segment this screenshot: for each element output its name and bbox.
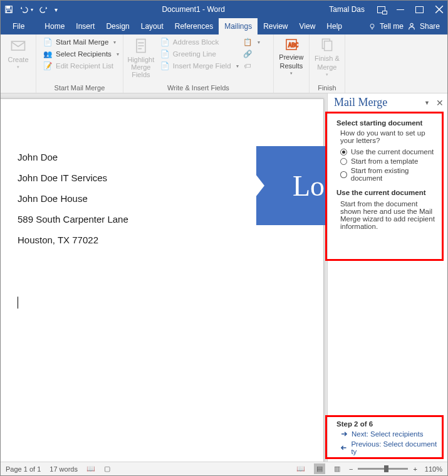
- step-indicator: Step 2 of 6: [336, 420, 373, 428]
- svg-point-4: [410, 23, 413, 26]
- radio-use-current[interactable]: Use the current document: [340, 148, 440, 156]
- undo-icon[interactable]: [19, 5, 28, 14]
- match-fields-button: 🔗: [242, 49, 260, 59]
- tab-view[interactable]: View: [294, 18, 321, 34]
- spell-check-icon[interactable]: 📖: [86, 465, 95, 473]
- undo-dropdown-icon[interactable]: ▾: [31, 7, 33, 13]
- share-icon: [407, 22, 416, 31]
- tab-home[interactable]: Home: [39, 18, 70, 34]
- finish-icon: [319, 37, 335, 53]
- minimize-button[interactable]: [397, 9, 404, 10]
- zoom-slider[interactable]: [358, 468, 408, 470]
- page-indicator[interactable]: Page 1 of 1: [6, 465, 41, 473]
- tab-review[interactable]: Review: [258, 18, 293, 34]
- doc-line: Houston, TX 77022: [18, 230, 128, 250]
- tab-insert[interactable]: Insert: [70, 18, 100, 34]
- zoom-knob[interactable]: [384, 465, 388, 472]
- address-block-button: 📄Address Block: [160, 37, 239, 47]
- finish-merge-button: Finish & Merge ▾: [313, 37, 341, 77]
- user-name[interactable]: Tamal Das: [329, 5, 365, 14]
- tab-layout[interactable]: Layout: [135, 18, 169, 34]
- radio-from-template[interactable]: Start from a template: [340, 157, 440, 165]
- doc-line: John Doe House: [18, 188, 128, 209]
- dropdown-icon: ▾: [236, 63, 239, 69]
- select-recipients-button[interactable]: 👥Select Recipients▾: [43, 49, 119, 59]
- labels-icon: 🏷: [242, 61, 253, 71]
- window-title: Document1 - Word: [58, 5, 329, 14]
- taskpane-title: Mail Merge: [334, 96, 424, 109]
- svg-text:ABC: ABC: [288, 42, 298, 48]
- print-layout-icon[interactable]: ▤: [314, 463, 325, 474]
- document-pane[interactable]: John Doe John Doe IT Services John Doe H…: [1, 93, 327, 462]
- doc-line: John Doe: [18, 147, 128, 167]
- previous-step-link[interactable]: Previous: Select document ty: [340, 440, 440, 455]
- tab-help[interactable]: Help: [321, 18, 348, 34]
- ribbon-tabs: File Home Insert Design Layout Reference…: [1, 18, 447, 34]
- web-layout-icon[interactable]: ▥: [334, 465, 340, 473]
- logo-shape[interactable]: Log: [256, 146, 327, 225]
- subsection-description: Start from the document shown here and u…: [340, 200, 440, 230]
- dropdown-icon: ▾: [258, 40, 260, 45]
- dropdown-icon: ▾: [113, 40, 116, 45]
- recipients-icon: 👥: [43, 49, 53, 59]
- subsection-heading: Use the current document: [336, 189, 426, 196]
- update-labels-button: 🏷: [242, 61, 260, 71]
- document-page[interactable]: John Doe John Doe IT Services John Doe H…: [1, 98, 324, 462]
- svg-rect-10: [325, 41, 332, 51]
- svg-rect-2: [7, 10, 11, 13]
- dropdown-icon: ▾: [117, 51, 119, 57]
- close-button[interactable]: [435, 5, 444, 14]
- next-step-link[interactable]: Next: Select recipients: [340, 430, 440, 438]
- tab-share[interactable]: Share: [420, 22, 440, 31]
- mail-merge-icon: 📄: [43, 37, 53, 47]
- document-body[interactable]: John Doe John Doe IT Services John Doe H…: [18, 147, 128, 250]
- ribbon: Create ▾ 📄Start Mail Merge▾ 👥Select Reci…: [1, 34, 447, 93]
- arrow-right-icon: [340, 430, 348, 438]
- section-question: How do you want to set up your letters?: [340, 129, 440, 144]
- edit-recipient-list-button: 📝Edit Recipient List: [43, 61, 119, 71]
- preview-icon: ABC: [284, 37, 299, 52]
- rules-icon: 📋: [242, 37, 253, 47]
- group-label: Write & Insert Fields: [127, 83, 269, 92]
- lightbulb-icon: [368, 23, 376, 30]
- workspace: John Doe John Doe IT Services John Doe H…: [1, 93, 447, 462]
- section-heading: Select starting document: [336, 119, 422, 127]
- zoom-in-button[interactable]: +: [413, 465, 417, 473]
- group-label: Finish: [313, 83, 341, 92]
- svg-rect-5: [12, 41, 25, 50]
- taskpane-menu-icon[interactable]: ▼: [424, 100, 430, 106]
- status-bar: Page 1 of 1 17 words 📖 ▢ 📖 ▤ ▥ − + 110%: [1, 462, 447, 475]
- word-count[interactable]: 17 words: [49, 465, 78, 473]
- title-bar: ▾ ▾ Document1 - Word Tamal Das: [1, 1, 447, 18]
- close-icon[interactable]: ✕: [436, 98, 444, 108]
- radio-icon: [340, 158, 347, 165]
- tab-file[interactable]: File: [7, 18, 30, 34]
- group-label: Start Mail Merge: [40, 83, 119, 92]
- svg-rect-1: [7, 6, 10, 9]
- greeting-icon: 📄: [160, 49, 170, 59]
- document-icon: [132, 37, 150, 55]
- zoom-level[interactable]: 110%: [425, 465, 442, 473]
- redo-icon[interactable]: [39, 5, 48, 14]
- radio-from-existing[interactable]: Start from existing document: [340, 167, 440, 182]
- arrow-left-icon: [340, 444, 347, 452]
- tab-design[interactable]: Design: [100, 18, 135, 34]
- merge-field-icon: 📄: [160, 61, 170, 71]
- start-mail-merge-button[interactable]: 📄Start Mail Merge▾: [43, 37, 119, 47]
- doc-line: 589 South Carpenter Lane: [18, 209, 128, 230]
- display-options-icon[interactable]: [377, 6, 385, 13]
- insert-merge-field-button: 📄Insert Merge Field▾: [160, 61, 239, 71]
- preview-results-button[interactable]: ABC Preview Results ▾: [278, 37, 305, 76]
- read-mode-icon[interactable]: 📖: [296, 465, 305, 473]
- maximize-button[interactable]: [415, 6, 424, 13]
- address-icon: 📄: [160, 37, 170, 47]
- tab-references[interactable]: References: [169, 18, 219, 34]
- macro-icon[interactable]: ▢: [104, 465, 110, 473]
- svg-point-3: [370, 24, 374, 28]
- mail-merge-task-pane: Mail Merge ▼ ✕ Select starting document …: [327, 93, 447, 462]
- tab-tellme[interactable]: Tell me: [380, 22, 404, 31]
- doc-line: John Doe IT Services: [18, 167, 128, 188]
- tab-mailings[interactable]: Mailings: [219, 18, 258, 34]
- zoom-out-button[interactable]: −: [349, 465, 353, 473]
- save-icon[interactable]: [4, 5, 13, 14]
